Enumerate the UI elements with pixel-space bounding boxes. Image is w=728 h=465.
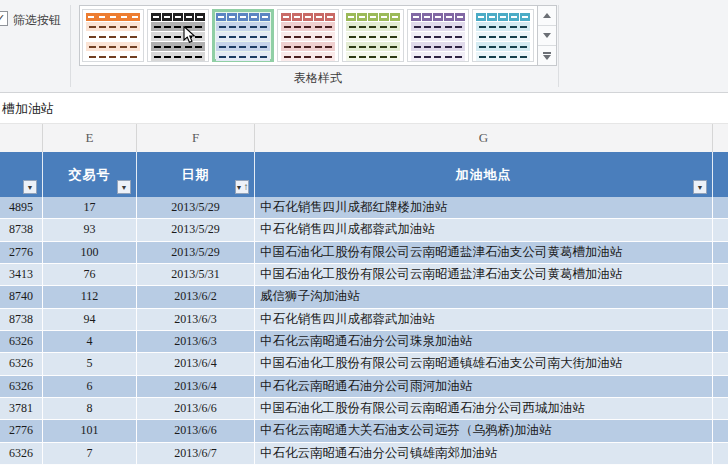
cell-location[interactable]: 中石化云南昭通大关石油支公司远芬（乌鸦桥)加油站 xyxy=(255,420,713,442)
cell-location[interactable]: 中石化云南昭通石油分公司雨河加油站 xyxy=(255,376,713,398)
sort-ascending-filter-button[interactable]: ▼↑ xyxy=(235,180,249,194)
mouse-cursor-icon xyxy=(183,26,197,44)
cell-id-partial[interactable]: 6326 xyxy=(0,353,43,375)
cell-location[interactable]: 中国石油化工股份有限公司云南昭通石油分公司西城加油站 xyxy=(255,398,713,420)
cell-date[interactable]: 2013/5/31 xyxy=(137,264,255,286)
cell-date[interactable]: 2013/6/6 xyxy=(137,420,255,442)
cell-location[interactable]: 中石化销售四川成都红牌楼加油站 xyxy=(255,197,713,219)
header-cell-d-partial[interactable]: ▼ xyxy=(0,152,43,197)
column-heading-g[interactable]: G xyxy=(255,124,713,152)
cell-h-partial[interactable] xyxy=(713,286,728,308)
cell-h-partial[interactable] xyxy=(713,264,728,286)
cell-date[interactable]: 2013/6/3 xyxy=(137,331,255,353)
cell-location[interactable]: 威信狮子沟加油站 xyxy=(255,286,713,308)
cell-transaction-number[interactable]: 112 xyxy=(43,286,137,308)
cell-h-partial[interactable] xyxy=(713,353,728,375)
cell-transaction-number[interactable]: 17 xyxy=(43,197,137,219)
cell-transaction-number[interactable]: 93 xyxy=(43,219,137,241)
cell-h-partial[interactable] xyxy=(713,331,728,353)
cell-id-partial[interactable]: 2776 xyxy=(0,242,43,264)
cell-h-partial[interactable] xyxy=(713,398,728,420)
style-thumbnail-row xyxy=(151,52,205,61)
cell-transaction-number[interactable]: 76 xyxy=(43,264,137,286)
cell-location[interactable]: 中石化云南昭通石油分公司镇雄南郊加油站 xyxy=(255,443,713,465)
cell-date[interactable]: 2013/6/7 xyxy=(137,443,255,465)
cell-date[interactable]: 2013/6/6 xyxy=(137,398,255,420)
filter-button-checkbox[interactable]: ✓ xyxy=(0,11,8,26)
header-cell-transaction[interactable]: 交易号 ▼ xyxy=(43,152,137,197)
style-thumbnail-row xyxy=(411,32,465,41)
cell-location[interactable]: 中国石油化工股份有限公司云南昭通镇雄石油支公司南大街加油站 xyxy=(255,353,713,375)
gallery-scroll-up-button[interactable] xyxy=(538,6,556,26)
cell-id-partial[interactable]: 8740 xyxy=(0,286,43,308)
cell-h-partial[interactable] xyxy=(713,376,728,398)
cell-h-partial[interactable] xyxy=(713,309,728,331)
cell-date[interactable]: 2013/5/29 xyxy=(137,197,255,219)
style-thumbnail-row xyxy=(281,52,335,61)
cell-transaction-number[interactable]: 7 xyxy=(43,443,137,465)
cell-location[interactable]: 中国石油化工股份有限公司云南昭通盐津石油支公司黄葛槽加油站 xyxy=(255,242,713,264)
cell-date[interactable]: 2013/5/29 xyxy=(137,219,255,241)
cell-date[interactable]: 2013/6/3 xyxy=(137,309,255,331)
filter-dropdown-button[interactable]: ▼ xyxy=(693,180,707,194)
cell-date[interactable]: 2013/6/4 xyxy=(137,376,255,398)
cell-h-partial[interactable] xyxy=(713,197,728,219)
table-style-green[interactable] xyxy=(342,9,404,62)
table-style-teal[interactable] xyxy=(472,9,534,62)
table-header-row: ▼ 交易号 ▼ 日期 ▼↑ 加油地点 ▼ xyxy=(0,152,728,197)
cell-h-partial[interactable] xyxy=(713,219,728,241)
table-row: 4895172013/5/29中石化销售四川成都红牌楼加油站 xyxy=(0,197,728,219)
header-cell-h-partial[interactable] xyxy=(713,152,728,197)
cell-location[interactable]: 中石化云南昭通石油分公司珠泉加油站 xyxy=(255,331,713,353)
gallery-more-button[interactable] xyxy=(538,46,556,65)
formula-bar[interactable]: 槽加油站 xyxy=(0,94,728,124)
ribbon-group-separator xyxy=(70,5,71,87)
table-style-orange[interactable] xyxy=(82,9,144,62)
cell-transaction-number[interactable]: 8 xyxy=(43,398,137,420)
cell-location[interactable]: 中国石油化工股份有限公司云南昭通盐津石油支公司黄葛槽加油站 xyxy=(255,264,713,286)
header-cell-location[interactable]: 加油地点 ▼ xyxy=(255,152,713,197)
style-thumbnail-row xyxy=(86,52,140,61)
cell-id-partial[interactable]: 6326 xyxy=(0,443,43,465)
cell-h-partial[interactable] xyxy=(713,242,728,264)
table-style-purple[interactable] xyxy=(407,9,469,62)
cell-transaction-number[interactable]: 6 xyxy=(43,376,137,398)
column-heading-f[interactable]: F xyxy=(137,124,255,152)
formula-bar-text: 槽加油站 xyxy=(2,101,54,116)
cell-transaction-number[interactable]: 101 xyxy=(43,420,137,442)
cell-id-partial[interactable]: 3781 xyxy=(0,398,43,420)
cell-transaction-number[interactable]: 94 xyxy=(43,309,137,331)
column-heading-d-partial[interactable] xyxy=(0,124,43,152)
style-thumbnail-row xyxy=(476,32,530,41)
column-heading-h-partial[interactable] xyxy=(713,124,728,152)
cell-date[interactable]: 2013/6/4 xyxy=(137,353,255,375)
filter-dropdown-button[interactable]: ▼ xyxy=(117,180,131,194)
gallery-scroll-down-button[interactable] xyxy=(538,26,556,46)
cell-date[interactable]: 2013/6/2 xyxy=(137,286,255,308)
cell-id-partial[interactable]: 6326 xyxy=(0,376,43,398)
style-thumbnail-row xyxy=(346,22,400,31)
header-cell-date[interactable]: 日期 ▼↑ xyxy=(137,152,255,197)
table-style-red[interactable] xyxy=(277,9,339,62)
cell-id-partial[interactable]: 8738 xyxy=(0,219,43,241)
filter-dropdown-button[interactable]: ▼ xyxy=(23,180,37,194)
table-style-blue[interactable] xyxy=(212,9,274,62)
cell-id-partial[interactable]: 8738 xyxy=(0,309,43,331)
cell-id-partial[interactable]: 3413 xyxy=(0,264,43,286)
cell-location[interactable]: 中石化销售四川成都蓉武加油站 xyxy=(255,309,713,331)
cell-location[interactable]: 中石化销售四川成都蓉武加油站 xyxy=(255,219,713,241)
cell-id-partial[interactable]: 2776 xyxy=(0,420,43,442)
cell-id-partial[interactable]: 6326 xyxy=(0,331,43,353)
cell-id-partial[interactable]: 4895 xyxy=(0,197,43,219)
table-row: 3413762013/5/31中国石油化工股份有限公司云南昭通盐津石油支公司黄葛… xyxy=(0,264,728,286)
table-style-dark[interactable] xyxy=(147,9,209,62)
table-row: 8738942013/6/3中石化销售四川成都蓉武加油站 xyxy=(0,309,728,331)
cell-transaction-number[interactable]: 100 xyxy=(43,242,137,264)
column-heading-e[interactable]: E xyxy=(43,124,137,152)
cell-h-partial[interactable] xyxy=(713,443,728,465)
cell-date[interactable]: 2013/5/29 xyxy=(137,242,255,264)
cell-transaction-number[interactable]: 4 xyxy=(43,331,137,353)
cell-transaction-number[interactable]: 5 xyxy=(43,353,137,375)
cell-h-partial[interactable] xyxy=(713,420,728,442)
table-style-gallery xyxy=(79,5,557,66)
